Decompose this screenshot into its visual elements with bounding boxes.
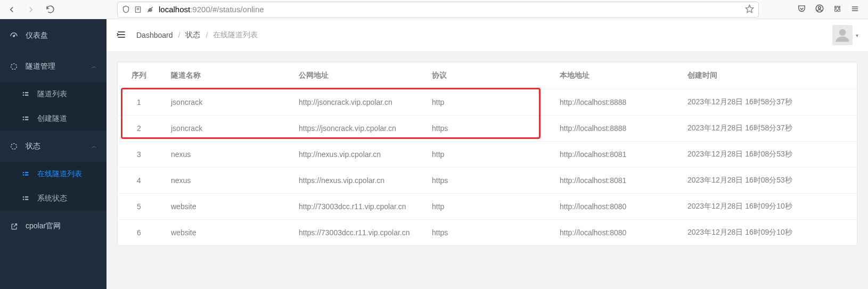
sidebar-item-label: 隧道列表 bbox=[37, 89, 67, 99]
svg-rect-17 bbox=[23, 95, 24, 96]
sidebar: 仪表盘 隧道管理 ︿ 隧道列表 创建隧道 状态 ︿ 在线隧道列表 系统状态 bbox=[0, 19, 107, 289]
cell-url: https://73003dcc.r11.vip.cpolar.cn bbox=[288, 220, 421, 246]
svg-rect-24 bbox=[23, 172, 24, 173]
reload-button[interactable] bbox=[43, 2, 58, 17]
url-bar[interactable]: localhost:9200/#/status/online bbox=[117, 2, 759, 18]
sidebar-item-label: 在线隧道列表 bbox=[37, 169, 82, 179]
reload-icon bbox=[46, 5, 55, 14]
breadcrumb-dashboard[interactable]: Dashboard bbox=[136, 31, 173, 39]
sidebar-item-cpolar-site[interactable]: cpolar官网 bbox=[0, 211, 107, 242]
svg-rect-21 bbox=[23, 119, 24, 120]
sidebar-item-tunnel-list[interactable]: 隧道列表 bbox=[0, 82, 107, 106]
sidebar-item-label: 创建隧道 bbox=[37, 114, 67, 123]
pocket-button[interactable] bbox=[797, 4, 806, 15]
sidebar-item-tunnel-mgmt[interactable]: 隧道管理 ︿ bbox=[0, 51, 107, 82]
sidebar-item-label: cpolar官网 bbox=[26, 221, 61, 231]
cell-created: 2023年12月28日 16时58分37秒 bbox=[677, 115, 857, 142]
col-header-url: 公网地址 bbox=[288, 62, 421, 89]
breadcrumb-status[interactable]: 状态 bbox=[185, 30, 200, 40]
cell-name: nexus bbox=[160, 168, 288, 194]
hamburger-icon bbox=[850, 4, 859, 13]
forward-button[interactable] bbox=[23, 2, 38, 17]
external-link-icon bbox=[10, 222, 18, 230]
account-button[interactable] bbox=[815, 4, 824, 15]
table-row[interactable]: 3nexushttp://nexus.vip.cpolar.cnhttphttp… bbox=[118, 142, 857, 168]
svg-line-32 bbox=[13, 224, 17, 227]
table-row[interactable]: 1jsoncrackhttp://jsoncrack.vip.cpolar.cn… bbox=[118, 89, 857, 115]
breadcrumb-separator: / bbox=[206, 31, 208, 39]
cell-local: http://localhost:8081 bbox=[549, 142, 677, 168]
cell-name: nexus bbox=[160, 142, 288, 168]
cell-created: 2023年12月28日 16时09分10秒 bbox=[677, 194, 857, 220]
sidebar-item-label: 隧道管理 bbox=[26, 62, 55, 71]
cell-name: website bbox=[160, 194, 288, 220]
cell-local: http://localhost:8080 bbox=[549, 220, 677, 246]
svg-rect-28 bbox=[23, 196, 24, 197]
cell-protocol: http bbox=[421, 89, 549, 115]
svg-line-13 bbox=[14, 35, 15, 36]
cell-local: http://localhost:8888 bbox=[549, 115, 677, 142]
cell-index: 4 bbox=[118, 168, 160, 194]
breadcrumb-separator: / bbox=[178, 31, 181, 39]
gauge-icon bbox=[10, 31, 18, 40]
sidebar-item-status[interactable]: 状态 ︿ bbox=[0, 131, 107, 162]
sidebar-toggle[interactable] bbox=[116, 29, 127, 42]
svg-marker-6 bbox=[746, 5, 753, 12]
collapse-icon bbox=[116, 29, 127, 40]
arrow-left-icon bbox=[7, 5, 17, 14]
circle-target-icon bbox=[10, 62, 18, 71]
cell-index: 5 bbox=[118, 194, 160, 220]
svg-rect-20 bbox=[25, 117, 28, 118]
svg-rect-27 bbox=[25, 175, 28, 176]
col-header-local: 本地地址 bbox=[549, 62, 677, 89]
svg-rect-29 bbox=[25, 196, 28, 197]
col-header-protocol: 协议 bbox=[421, 62, 549, 89]
lock-slash-icon bbox=[146, 5, 154, 14]
grid-icon bbox=[21, 195, 30, 202]
app-menu-button[interactable] bbox=[850, 4, 859, 15]
back-button[interactable] bbox=[4, 2, 19, 17]
chevron-up-icon: ︿ bbox=[92, 143, 97, 150]
page-icon bbox=[134, 6, 142, 13]
sidebar-item-dashboard[interactable]: 仪表盘 bbox=[0, 20, 107, 51]
sidebar-item-create-tunnel[interactable]: 创建隧道 bbox=[0, 106, 107, 131]
col-header-index: 序列 bbox=[118, 62, 160, 89]
svg-point-23 bbox=[11, 144, 17, 150]
cell-protocol: http bbox=[421, 142, 549, 168]
pocket-icon bbox=[797, 4, 806, 13]
cell-created: 2023年12月28日 16时08分53秒 bbox=[677, 142, 857, 168]
svg-point-8 bbox=[818, 6, 821, 9]
cell-protocol: https bbox=[421, 115, 549, 142]
cell-local: http://localhost:8080 bbox=[549, 194, 677, 220]
svg-point-36 bbox=[839, 29, 846, 36]
star-icon bbox=[745, 4, 754, 13]
cell-index: 1 bbox=[118, 89, 160, 115]
browser-toolbar: localhost:9200/#/status/online bbox=[0, 0, 868, 19]
user-icon bbox=[834, 27, 850, 43]
table-row[interactable]: 4nexushttps://nexus.vip.cpolar.cnhttpsht… bbox=[118, 168, 857, 194]
breadcrumb: Dashboard / 状态 / 在线隧道列表 bbox=[136, 30, 258, 40]
avatar bbox=[832, 25, 853, 45]
extensions-button[interactable] bbox=[833, 4, 842, 15]
cell-name: website bbox=[160, 220, 288, 246]
svg-rect-16 bbox=[25, 92, 28, 93]
svg-rect-19 bbox=[23, 117, 24, 118]
table-row[interactable]: 6websitehttps://73003dcc.r11.vip.cpolar.… bbox=[118, 220, 857, 246]
tunnels-table-card: 序列 隧道名称 公网地址 协议 本地地址 创建时间 1jsoncrackhttp… bbox=[117, 62, 857, 246]
url-host: localhost bbox=[159, 5, 190, 14]
arrow-right-icon bbox=[26, 5, 36, 14]
grid-icon bbox=[21, 115, 30, 122]
col-header-name: 隧道名称 bbox=[160, 62, 288, 89]
cell-protocol: https bbox=[421, 168, 549, 194]
user-menu[interactable]: ▾ bbox=[832, 25, 858, 45]
cell-created: 2023年12月28日 16时09分10秒 bbox=[677, 220, 857, 246]
sidebar-item-system-status[interactable]: 系统状态 bbox=[0, 186, 107, 211]
cell-name: jsoncrack bbox=[160, 115, 288, 142]
cell-name: jsoncrack bbox=[160, 89, 288, 115]
bookmark-button[interactable] bbox=[745, 4, 754, 15]
main-area: Dashboard / 状态 / 在线隧道列表 ▾ 序列 隧道 bbox=[107, 19, 868, 289]
cell-index: 6 bbox=[118, 220, 160, 246]
table-row[interactable]: 5websitehttp://73003dcc.r11.vip.cpolar.c… bbox=[118, 194, 857, 220]
table-row[interactable]: 2jsoncrackhttps://jsoncrack.vip.cpolar.c… bbox=[118, 115, 857, 142]
sidebar-item-online-tunnels[interactable]: 在线隧道列表 bbox=[0, 162, 107, 186]
